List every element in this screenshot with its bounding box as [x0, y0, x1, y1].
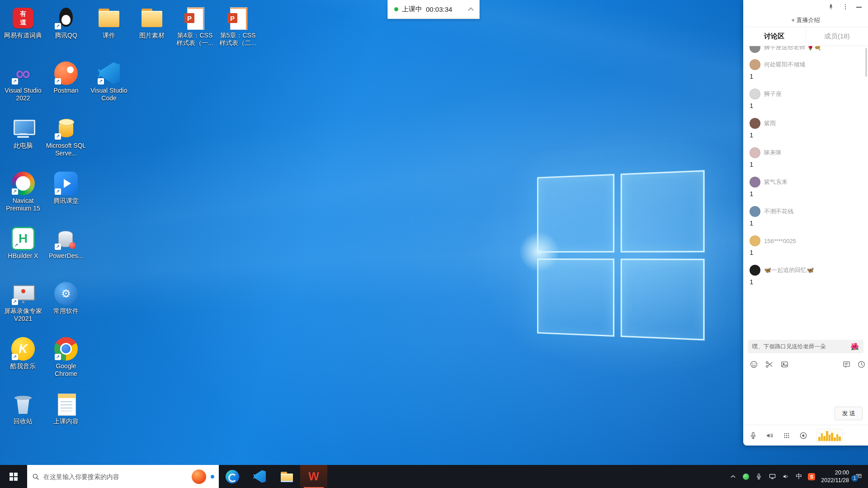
chat-message: 狮子座1 — [750, 89, 863, 109]
taskbar-edge-button[interactable] — [219, 465, 246, 488]
avatar — [750, 147, 760, 158]
display-icon[interactable] — [769, 473, 776, 480]
desktop-icon-label: 回收站 — [3, 418, 43, 425]
live-intro-tab[interactable]: + 直播介绍 — [743, 14, 868, 27]
desktop-icon-hbuilder[interactable]: ↗HBuilder X — [3, 227, 43, 260]
powerdesigner-icon: ↗ — [54, 227, 78, 250]
avatar — [750, 235, 760, 246]
wps-icon: W — [307, 470, 321, 483]
image-icon[interactable] — [780, 360, 789, 369]
chat-message-text: 1 — [750, 219, 863, 227]
thispc-icon — [11, 117, 35, 140]
taskbar: W 中 S 20:00 2022/11/28 1 — [0, 465, 868, 488]
minimize-icon[interactable] — [856, 7, 862, 8]
taskbar-explorer-button[interactable] — [273, 465, 300, 488]
class-status-bar[interactable]: 上课中 00:03:34 — [387, 0, 480, 19]
desktop-icon-commonapps[interactable]: 常用软件 — [46, 282, 86, 315]
more-icon[interactable] — [842, 3, 849, 10]
desktop-icon-ketang[interactable]: ↗腾讯课堂 — [46, 172, 86, 205]
security-icon[interactable] — [743, 474, 749, 480]
desktop-icon-folder[interactable]: 课件 — [89, 6, 129, 39]
speaker-icon[interactable] — [765, 431, 774, 440]
ime-indicator[interactable]: 中 — [796, 473, 802, 481]
desktop-icon-youdao[interactable]: 网易有道词典 — [3, 6, 43, 39]
chat-device-bar — [743, 425, 868, 446]
chat-message: 紫气东来1 — [750, 177, 863, 197]
send-button[interactable]: 发 送 — [835, 407, 863, 420]
sogou-icon[interactable]: S — [808, 473, 815, 480]
chat-input[interactable]: 发 送 — [743, 371, 868, 425]
shortcut-arrow-icon: ↗ — [12, 188, 18, 195]
desktop-icon-powerdesigner[interactable]: ↗PowerDes... — [46, 227, 86, 260]
avatar — [750, 46, 760, 53]
desktop-icon-thispc[interactable]: 此电脑 — [3, 117, 43, 150]
chat-message-text: 1 — [750, 131, 863, 139]
shortcut-arrow-icon: ↗ — [55, 23, 61, 29]
avatar — [750, 59, 760, 70]
desktop-icon-ppt[interactable]: 第5章：CSS 样式表（二... — [217, 6, 258, 47]
chat-message: 哆来咪1 — [750, 147, 863, 168]
desktop-icon-label: Visual Studio Code — [89, 87, 129, 102]
start-button[interactable] — [0, 465, 27, 488]
desktop-icon-label: 第5章：CSS 样式表（二... — [217, 32, 258, 47]
desktop-icon-label: 腾讯QQ — [46, 32, 86, 39]
desktop-icon-folder[interactable]: 图片素材 — [132, 6, 172, 39]
taskbar-search[interactable] — [27, 465, 219, 488]
search-input[interactable] — [43, 473, 188, 480]
desktop-icon-vs2022[interactable]: ↗Visual Studio 2022 — [3, 61, 43, 102]
desktop-icon-qq[interactable]: ↗腾讯QQ — [46, 6, 86, 39]
taskbar-clock[interactable]: 20:00 2022/11/28 — [821, 469, 849, 484]
vscode-icon — [253, 470, 266, 483]
desktop[interactable]: 网易有道词典↗Visual Studio 2022此电脑↗Navicat Pre… — [0, 0, 868, 465]
chat-message-author: 狮子座 — [764, 90, 782, 98]
chat-message: 紫雨1 — [750, 118, 863, 139]
chat-toolbar — [743, 357, 868, 371]
search-highlight-icon[interactable] — [192, 469, 206, 484]
desktop-icon-recycle[interactable]: 回收站 — [3, 392, 43, 425]
emoji-icon[interactable] — [750, 360, 758, 369]
tab-discussion[interactable]: 讨论区 — [743, 27, 806, 46]
avatar — [750, 265, 760, 276]
chat-message: 🦋一起追的回忆🦋1 — [750, 265, 863, 286]
hidden-icons-chevron[interactable] — [729, 473, 737, 480]
screenrec-icon: ↗ — [11, 282, 35, 305]
desktop-icon-label: 常用软件 — [46, 307, 86, 315]
desktop-icon-postman[interactable]: ↗Postman — [46, 61, 86, 94]
shortcut-arrow-icon: ↗ — [55, 354, 61, 360]
pin-icon[interactable] — [827, 3, 835, 10]
dialpad-icon[interactable] — [782, 431, 791, 440]
notes-icon — [54, 392, 78, 416]
mic-icon[interactable] — [749, 431, 758, 440]
screenshot-scissors-icon[interactable] — [765, 360, 774, 369]
chat-message-list[interactable]: 狮子座送给老师 🌹💐 何处暖阳不倾城1狮子座1紫雨1哆来咪1紫气东来1不潮不花钱… — [743, 46, 868, 339]
history-icon[interactable] — [857, 360, 866, 369]
desktop-icon-screenrec[interactable]: ↗屏幕录像专家 V2021 — [3, 282, 43, 323]
scrollbar-thumb[interactable] — [865, 48, 867, 77]
edge-icon — [226, 470, 239, 483]
desktop-icon-label: Google Chrome — [46, 362, 86, 378]
desktop-icon-ppt[interactable]: 第4章：CSS 样式表（一... — [175, 6, 215, 47]
desktop-icon-sqlserver[interactable]: ↗Microsoft SQL Serve... — [46, 117, 86, 157]
taskbar-vscode-button[interactable] — [246, 465, 273, 488]
taskbar-wps-button[interactable]: W — [300, 465, 327, 488]
avatar — [750, 118, 760, 129]
desktop-icon-label: HBuilder X — [3, 252, 43, 260]
record-icon[interactable] — [799, 431, 808, 440]
chevron-up-icon[interactable] — [468, 7, 474, 13]
tray-mic-icon[interactable] — [755, 473, 763, 480]
ppt-icon — [226, 6, 250, 30]
desktop-icon-kuwo[interactable]: ↗酷我音乐 — [3, 337, 43, 370]
tab-members[interactable]: 成员(18) — [806, 27, 868, 46]
desktop-icon-notes[interactable]: 上课内容 — [46, 392, 86, 425]
chat-tabs: 讨论区 成员(18) — [743, 27, 868, 46]
desktop-icon-chrome[interactable]: ↗Google Chrome — [46, 337, 86, 378]
chat-settings-icon[interactable] — [842, 360, 851, 369]
desktop-icon-navicat[interactable]: ↗Navicat Premium 15 — [3, 172, 43, 212]
qq-icon: ↗ — [54, 6, 78, 30]
chat-message-text: 1 — [750, 102, 863, 109]
chat-message: 156****00251 — [750, 235, 863, 256]
volume-icon[interactable] — [782, 473, 790, 480]
desktop-icon-label: Navicat Premium 15 — [3, 197, 43, 212]
desktop-icon-vscode[interactable]: ↗Visual Studio Code — [89, 61, 129, 102]
action-center-icon[interactable]: 1 — [855, 473, 863, 480]
